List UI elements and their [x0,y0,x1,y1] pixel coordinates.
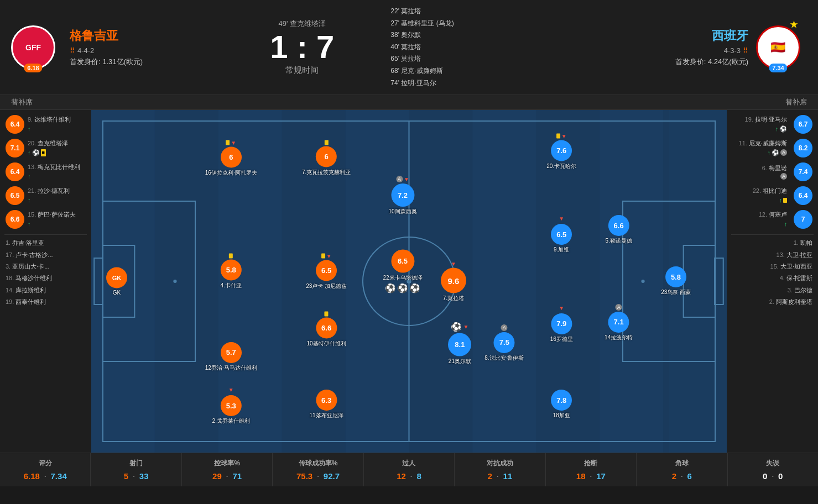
stats-bar: 评分 6.18 · 7.34 射门 5 · 33 控球率% 29 · 71 传球… [0,453,818,486]
stat-shots: 射门 5 · 33 [91,453,181,486]
player-badge: 6.7 [794,115,812,134]
field-player-simon: 5.8 23乌奈·西蒙 [661,266,691,296]
arrow-down-icon: ▼ [561,133,567,139]
stat-duels: 对抗成功 2 · 11 [455,453,545,486]
arrow-down-icon: ▼ [451,261,456,267]
arrow-down-icon: ▼ [326,253,332,259]
bench-player-right-3: 6.4 22. 祖比门迪 ↑ [752,185,814,207]
player-num: 21. 拉沙·德瓦利 [28,187,70,195]
svg-rect-4 [472,110,536,453]
field-player-fabrice: A 7.5 8.法比安·鲁伊斯 [484,324,524,362]
player-badge: 6.4 [794,186,812,205]
stat-val-right-corn: 6 [687,471,692,481]
stat-val-left-passacc: 75.3 [296,471,312,481]
team-left-logo: GFF 6.18 [11,25,55,70]
svg-rect-5 [600,110,663,453]
stat-val-left-shots: 5 [124,471,128,481]
bench-player-left-7: 3. 亚历山大·卡... [4,261,87,272]
team-right: 西班牙 4-3-3 ⠿ 首发身价: 4.24亿(欧元) 🇪🇸 ★ 7.34 [599,25,807,70]
arrow-down-icon: ▼ [559,216,564,222]
bench-player-left-0: 6.4 9. 达维塔什维利 ↑ [4,113,87,135]
field-player-geo3: 5.7 12乔治·马马达什维利 [205,342,257,372]
bench-player-left-3: 6.5 21. 拉沙·德瓦利 ↑ [4,185,87,207]
stat-label-passacc: 传球成功率% [299,459,338,468]
stat-label-corn: 角球 [675,459,689,468]
player-badge: 6.4 [6,162,24,181]
stat-possession: 控球率% 29 · 71 [182,453,273,486]
stat-val-left-drib: 12 [397,471,406,481]
bench-player-left-1: 7.1 20. 查克维塔泽 ↑ ⚽ ■ [4,137,87,159]
stat-label-shots: 射门 [129,459,143,468]
field-player-esp3: ▼ 7.9 16罗德里 [550,302,573,343]
field-player-geo2: 5.8 4.卡什亚 [221,253,242,289]
arrow-up-icon: ↑ [28,125,31,133]
bench-label-right: 替补席 [785,97,807,107]
team-formation-left: ⠿ 4-4-2 [70,46,143,55]
dots-icon-right: ⠿ [743,46,748,55]
stat-val-left-err: 0 [763,471,767,481]
player-badge: 7.4 [794,162,812,181]
field-player-geo4: ▼ 5.3 2.戈乔莱什维利 [212,384,250,425]
arrow-up-icon: ↑ [768,149,771,157]
bench-player-right-8: 4. 保·托雷斯 [731,272,814,284]
stat-val-right-shots: 33 [139,471,149,481]
arrow-down-icon: ▼ [231,139,236,145]
player-num: 15. 萨巴·萨佐诺夫 [28,211,76,219]
player-badge: 8.2 [794,139,812,158]
stat-val-left-tack: 18 [576,471,586,481]
stat-val-left-duels: 2 [488,471,492,481]
stat-dribbles: 过人 12 · 8 [364,453,455,486]
team-name-right: 西班牙 [675,28,748,44]
yellow-card-icon [325,140,329,145]
arrow-up-icon: ↑ [784,220,788,228]
field-player-olmo: ⚽ ▼ 8.1 21奥尔默 [448,321,471,365]
ball-icon: ⚽ [32,149,40,157]
bench-panel-left: 6.4 9. 达维塔什维利 ↑ 7.1 20. 查克维塔泽 ↑ ⚽ ■ 6.4 … [0,110,91,453]
team-info-left: 格鲁吉亚 ⠿ 4-4-2 首发身价: 1.31亿(欧元) [70,28,143,67]
stat-label-duels: 对抗成功 [487,459,513,468]
field-player-morata: ▼ 9.6 7.莫拉塔 [441,261,466,302]
bench-player-right-1: 8.2 11. 尼克·威廉姆斯 ↑ ⚽ A [738,137,814,159]
field-player-geo8: 6.3 11落布亚尼泽 [310,390,343,419]
stat-val-right-tack: 17 [596,471,606,481]
team-left: GFF 6.18 格鲁吉亚 ⠿ 4-4-2 首发身价: 1.31亿(欧元) [11,25,219,70]
stat-label-err: 失误 [766,459,779,468]
a-badge: A [616,304,622,311]
team-name-left: 格鲁吉亚 [70,28,143,44]
star-icon: ★ [790,19,798,30]
team-formation-right: 4-3-3 ⠿ [675,46,748,55]
field-player-esp1: ▼ 7.6 20.卡瓦哈尔 [546,133,576,170]
player-badge: 6.6 [6,210,24,229]
a-badge: A [396,176,403,182]
bench-player-right-0: 6.7 19. 拉明·亚马尔 ↑ ⚽ [744,113,814,135]
score-center: 49' 查克维塔泽 1 : 7 常规时间 [219,19,385,76]
bench-player-right-9: 3. 巴尔德 [731,285,814,296]
stat-val-right-passacc: 92.7 [324,471,340,481]
ball-icon: ⚽ [779,125,787,133]
bench-player-left-9: 14. 库拉斯维利 [4,285,87,296]
team-value-right: 首发身价: 4.24亿(欧元) [675,57,748,67]
arrow-up-icon: ↑ [779,196,783,204]
stat-rating: 评分 6.18 · 7.34 [0,453,91,486]
bench-player-left-4: 6.6 15. 萨巴·萨佐诺夫 ↑ [4,208,87,230]
a-badge: A [501,324,508,331]
stat-corners: 角球 2 · 6 [637,453,727,486]
match-header: GFF 6.18 格鲁吉亚 ⠿ 4-4-2 首发身价: 1.31亿(欧元) 49… [0,0,818,95]
bench-player-right-10: 2. 阿斯皮利奎塔 [731,296,814,308]
field-player-geo5: 6 7.克瓦拉茨克赫利亚 [302,140,351,176]
player-badge: 7 [794,210,812,229]
arrow-down-icon: ▼ [463,323,468,329]
bench-player-left-6: 17. 卢卡·古格沙... [4,249,87,261]
stat-val-right-poss: 71 [232,471,242,481]
stat-val-right-duels: 11 [503,471,513,481]
rating-badge-left: 6.18 [24,64,42,72]
bench-player-right-2: 7.4 6. 梅里诺 A [761,161,814,183]
yellow-card-icon [325,311,329,316]
bench-player-right-5: 1. 凯帕 [731,237,814,249]
stat-val-left-corn: 2 [672,471,676,481]
player-badge: 6.5 [6,186,24,205]
stat-val-right-err: 0 [778,471,783,481]
score-period: 常规时间 [285,65,319,76]
team-info-right: 西班牙 4-3-3 ⠿ 首发身价: 4.24亿(欧元) [675,28,748,67]
dots-icon-left: ⠿ [70,46,75,55]
